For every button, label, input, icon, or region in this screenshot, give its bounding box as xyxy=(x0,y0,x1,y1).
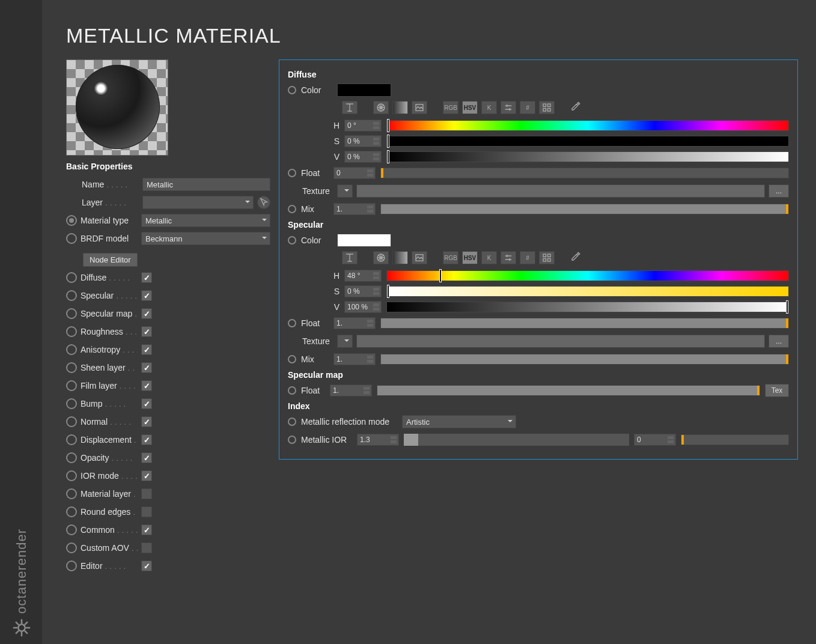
diffuse-mix-input[interactable]: 1. xyxy=(333,203,376,215)
specular-mix-input[interactable]: 1. xyxy=(333,353,376,365)
eyedropper-icon[interactable] xyxy=(570,251,583,264)
swatches-icon[interactable] xyxy=(539,251,555,264)
gradient-icon[interactable] xyxy=(392,251,408,264)
eyedropper-icon[interactable] xyxy=(570,101,583,114)
toggle-checkbox-roughness[interactable] xyxy=(141,326,152,337)
toggle-socket-icon[interactable] xyxy=(66,470,77,481)
mixer-icon[interactable] xyxy=(342,101,358,114)
sliders-icon[interactable] xyxy=(501,251,516,264)
ior-slider-b[interactable] xyxy=(681,434,789,445)
toggle-socket-icon[interactable] xyxy=(66,272,77,283)
toggle-checkbox-ior mode[interactable] xyxy=(141,470,152,481)
specular-mix-slider[interactable] xyxy=(380,354,789,365)
diffuse-s-input[interactable]: 0 % xyxy=(344,135,382,147)
layer-select[interactable] xyxy=(142,196,254,209)
specmap-float-input[interactable]: 1. xyxy=(330,384,372,396)
mixer-icon[interactable] xyxy=(342,251,358,264)
diffuse-color-swatch[interactable] xyxy=(337,84,391,97)
specular-color-socket-icon[interactable] xyxy=(288,236,296,245)
hash-icon[interactable]: # xyxy=(520,251,535,264)
diffuse-float-slider[interactable] xyxy=(380,168,789,178)
toggle-checkbox-specular[interactable] xyxy=(141,290,152,301)
toggle-socket-icon[interactable] xyxy=(66,542,77,553)
brdf-socket-icon[interactable] xyxy=(66,233,77,244)
gradient-icon[interactable] xyxy=(392,101,408,114)
diffuse-v-input[interactable]: 0 % xyxy=(344,151,382,163)
ior-input-b[interactable]: 0 xyxy=(634,434,676,446)
specular-float-input[interactable]: 1. xyxy=(333,317,376,329)
layer-picker-button[interactable] xyxy=(257,196,270,209)
rgb-mode[interactable]: RGB xyxy=(443,101,458,114)
diffuse-texture-browse-button[interactable]: ... xyxy=(769,184,789,198)
toggle-checkbox-normal[interactable] xyxy=(141,416,152,427)
name-input[interactable] xyxy=(142,178,270,191)
specular-sat-slider[interactable] xyxy=(386,286,789,297)
specular-s-input[interactable]: 0 % xyxy=(344,285,382,297)
toggle-checkbox-common[interactable] xyxy=(141,524,152,535)
toggle-socket-icon[interactable] xyxy=(66,290,77,301)
toggle-socket-icon[interactable] xyxy=(66,362,77,373)
node-editor-button[interactable]: Node Editor xyxy=(83,253,138,267)
material-type-socket-icon[interactable] xyxy=(66,215,77,226)
toggle-socket-icon[interactable] xyxy=(66,380,77,391)
diffuse-texture-field[interactable] xyxy=(356,184,765,198)
diffuse-mix-socket-icon[interactable] xyxy=(288,205,296,213)
specular-texture-field[interactable] xyxy=(356,335,765,348)
diffuse-val-slider[interactable] xyxy=(386,151,789,162)
toggle-socket-icon[interactable] xyxy=(66,524,77,535)
toggle-socket-icon[interactable] xyxy=(66,308,77,319)
toggle-socket-icon[interactable] xyxy=(66,326,77,337)
toggle-checkbox-film layer[interactable] xyxy=(141,380,152,391)
toggle-checkbox-round edges[interactable] xyxy=(141,506,152,517)
sliders-icon[interactable] xyxy=(501,101,516,114)
toggle-checkbox-anisotropy[interactable] xyxy=(141,344,152,355)
toggle-socket-icon[interactable] xyxy=(66,452,77,463)
diffuse-hue-slider[interactable] xyxy=(386,120,789,131)
toggle-checkbox-editor[interactable] xyxy=(141,560,152,571)
specular-float-slider[interactable] xyxy=(380,318,789,329)
ior-socket-icon[interactable] xyxy=(288,436,296,444)
specmap-float-socket-icon[interactable] xyxy=(288,386,296,395)
specmap-tex-button[interactable]: Tex xyxy=(765,384,789,397)
ior-slider-dual[interactable] xyxy=(404,434,629,446)
diffuse-float-socket-icon[interactable] xyxy=(288,169,296,177)
material-type-select[interactable]: Metallic xyxy=(141,214,270,227)
diffuse-texture-type-select[interactable] xyxy=(337,184,353,198)
hsv-mode[interactable]: HSV xyxy=(462,101,478,114)
toggle-socket-icon[interactable] xyxy=(66,416,77,427)
toggle-checkbox-material layer[interactable] xyxy=(141,488,152,499)
diffuse-h-input[interactable]: 0 ° xyxy=(344,120,382,132)
specular-val-slider[interactable] xyxy=(386,302,789,312)
diffuse-sat-slider[interactable] xyxy=(386,136,789,147)
reflection-mode-select[interactable]: Artistic xyxy=(402,415,516,428)
toggle-socket-icon[interactable] xyxy=(66,506,77,517)
rgb-mode[interactable]: RGB xyxy=(443,251,458,264)
wheel-icon[interactable] xyxy=(373,101,389,114)
toggle-checkbox-opacity[interactable] xyxy=(141,452,152,463)
toggle-socket-icon[interactable] xyxy=(66,344,77,355)
ior-input-a[interactable]: 1.3 xyxy=(357,434,399,446)
specular-h-input[interactable]: 48 ° xyxy=(344,270,382,282)
swatches-icon[interactable] xyxy=(539,101,555,114)
kelvin-mode[interactable]: K xyxy=(481,101,497,114)
toggle-checkbox-custom aov[interactable] xyxy=(141,542,152,553)
toggle-socket-icon[interactable] xyxy=(66,488,77,499)
toggle-checkbox-diffuse[interactable] xyxy=(141,272,152,283)
brdf-select[interactable]: Beckmann xyxy=(141,232,270,245)
diffuse-float-input[interactable]: 0 xyxy=(333,167,376,179)
wheel-icon[interactable] xyxy=(373,251,389,264)
specular-v-input[interactable]: 100 % xyxy=(344,301,382,313)
hash-icon[interactable]: # xyxy=(520,101,535,114)
reflection-mode-socket-icon[interactable] xyxy=(288,418,296,426)
toggle-checkbox-specular map[interactable] xyxy=(141,308,152,319)
hsv-mode[interactable]: HSV xyxy=(462,251,478,264)
toggle-socket-icon[interactable] xyxy=(66,560,77,571)
kelvin-mode[interactable]: K xyxy=(481,251,497,264)
specmap-float-slider[interactable] xyxy=(377,385,760,396)
specular-float-socket-icon[interactable] xyxy=(288,319,296,327)
specular-texture-browse-button[interactable]: ... xyxy=(769,335,789,348)
toggle-socket-icon[interactable] xyxy=(66,398,77,409)
specular-hue-slider[interactable] xyxy=(386,270,789,281)
diffuse-color-socket-icon[interactable] xyxy=(288,86,296,94)
image-icon[interactable] xyxy=(412,251,427,264)
